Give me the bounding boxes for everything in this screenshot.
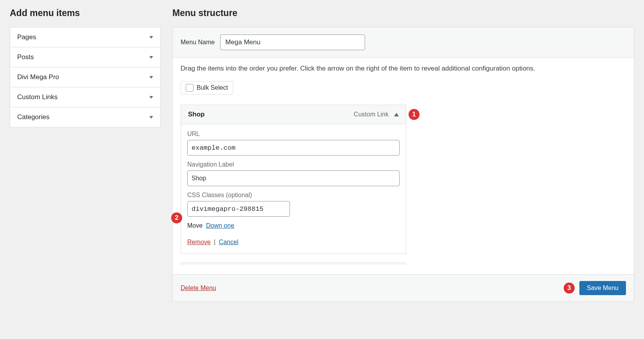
annotation-badge-2: 2 — [171, 212, 182, 223]
nav-label-input[interactable] — [187, 170, 400, 186]
chevron-down-icon — [149, 56, 153, 59]
menu-structure-heading: Menu structure — [172, 8, 634, 18]
menu-item-controls: Custom Link — [354, 111, 399, 118]
menu-item-box: Shop Custom Link URL — [181, 105, 406, 254]
menu-instructions: Drag the items into the order you prefer… — [181, 65, 626, 73]
bulk-select-label: Bulk Select — [197, 84, 228, 91]
menu-frame: Menu Name Drag the items into the order … — [172, 27, 634, 302]
chevron-up-icon — [394, 113, 399, 116]
menu-item-settings: URL Navigation Label CSS Classes (option… — [181, 124, 406, 254]
move-row: Move Down one — [187, 222, 400, 229]
accordion-label: Divi Mega Pro — [17, 73, 59, 81]
menu-item-handle[interactable]: Shop Custom Link — [181, 105, 406, 124]
accordion-label: Posts — [17, 53, 34, 61]
menu-footer: Delete Menu 3 Save Menu — [173, 274, 634, 301]
nav-label-label: Navigation Label — [187, 161, 400, 168]
accordion-divi-mega-pro[interactable]: Divi Mega Pro — [10, 67, 160, 87]
remove-link[interactable]: Remove — [187, 239, 211, 245]
menu-item-type: Custom Link — [354, 111, 389, 118]
accordion-label: Pages — [17, 33, 36, 41]
move-label: Move — [187, 222, 203, 229]
chevron-down-icon — [149, 96, 153, 99]
field-url: URL — [187, 131, 400, 156]
menu-edit-screen: Add menu items Pages Posts Divi Mega Pro… — [0, 0, 644, 339]
menu-item: 1 2 Shop Custom Link URL — [181, 105, 406, 254]
chevron-down-icon — [149, 116, 153, 119]
url-input[interactable] — [187, 140, 400, 156]
cancel-link[interactable]: Cancel — [219, 239, 239, 245]
menu-name-label: Menu Name — [181, 39, 215, 46]
css-classes-label: CSS Classes (optional) — [187, 192, 400, 199]
accordion-label: Custom Links — [17, 93, 58, 101]
add-items-heading: Add menu items — [10, 8, 161, 18]
accordion-posts[interactable]: Posts — [10, 47, 160, 67]
save-menu-button[interactable]: Save Menu — [579, 281, 626, 295]
next-item-stub — [181, 263, 406, 265]
metabox-accordion: Pages Posts Divi Mega Pro Custom Links C… — [10, 27, 161, 127]
menu-body: Drag the items into the order you prefer… — [173, 58, 634, 274]
accordion-pages[interactable]: Pages — [10, 27, 160, 47]
move-down-link[interactable]: Down one — [206, 222, 234, 229]
checkbox-icon — [186, 84, 194, 92]
url-label: URL — [187, 131, 400, 138]
annotation-badge-1: 1 — [409, 109, 420, 120]
save-area: 3 Save Menu — [564, 281, 626, 295]
action-separator: | — [214, 239, 215, 245]
field-css-classes: CSS Classes (optional) — [187, 192, 400, 217]
menu-header: Menu Name — [173, 27, 634, 58]
accordion-label: Categories — [17, 113, 49, 121]
menu-structure-column: Menu structure Menu Name Drag the items … — [172, 8, 634, 327]
field-nav-label: Navigation Label — [187, 161, 400, 186]
css-classes-input[interactable] — [187, 201, 290, 217]
accordion-custom-links[interactable]: Custom Links — [10, 87, 160, 107]
annotation-badge-3: 3 — [564, 283, 575, 294]
delete-menu-link[interactable]: Delete Menu — [181, 285, 216, 292]
chevron-down-icon — [149, 76, 153, 79]
menu-name-input[interactable] — [220, 34, 365, 50]
bulk-select-toggle[interactable]: Bulk Select — [181, 81, 233, 94]
item-actions: Remove | Cancel — [187, 239, 400, 246]
accordion-categories[interactable]: Categories — [10, 107, 160, 127]
menu-item-title: Shop — [188, 111, 205, 118]
add-menu-items-column: Add menu items Pages Posts Divi Mega Pro… — [10, 8, 161, 327]
chevron-down-icon — [149, 36, 153, 39]
